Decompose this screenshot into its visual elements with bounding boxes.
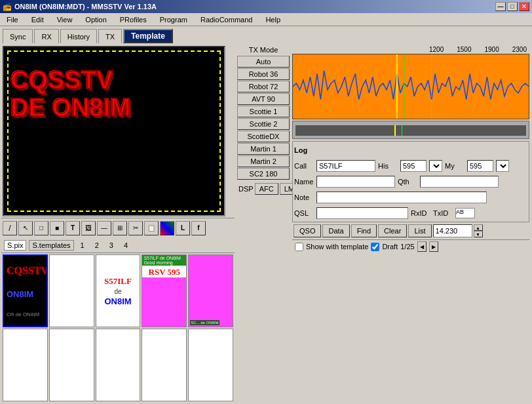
log-note-input[interactable]	[316, 192, 487, 203]
toolbar-cursor[interactable]: ↖	[18, 221, 33, 235]
toolbar-rect[interactable]: □	[34, 221, 48, 235]
freq-down[interactable]: ▼	[474, 231, 483, 237]
mode-scottie2[interactable]: Scottie 2	[237, 118, 290, 130]
app-icon: 📻	[3, 3, 12, 11]
thumbnail-2[interactable]	[49, 254, 94, 327]
page-next[interactable]: ▶	[429, 241, 438, 252]
thumbnail-9[interactable]	[142, 329, 187, 401]
mode-martin1[interactable]: Martin 1	[237, 143, 290, 155]
thumbnail-4[interactable]: S57ILF de ON8IMGood morning RSV 595	[142, 254, 187, 327]
thumb-tabs: S.pix S.templates 1 2 3 4	[1, 237, 235, 253]
thumbnail-10[interactable]	[188, 329, 233, 401]
thumb-tab-1[interactable]: 1	[77, 241, 88, 250]
spectrum-scale: 1200 1500 1900 2300	[292, 46, 529, 53]
tab-rx[interactable]: RX	[34, 29, 58, 43]
tx-mode-label: TX Mode	[237, 45, 290, 55]
page-prev[interactable]: ◀	[417, 241, 427, 252]
log-name-input[interactable]	[316, 176, 395, 188]
show-template-checkbox[interactable]	[295, 243, 303, 251]
menu-radiocommand[interactable]: RadioCommand	[197, 14, 256, 25]
scale-2300: 2300	[512, 46, 527, 53]
thumb-tab-3[interactable]: 3	[105, 241, 117, 250]
spectrum-display[interactable]	[292, 54, 529, 119]
menu-file[interactable]: File	[3, 14, 22, 25]
mode-robot36[interactable]: Robot 36	[237, 68, 290, 80]
mode-sc2180[interactable]: SC2 180	[237, 168, 290, 180]
thumb-tab-2[interactable]: 2	[91, 241, 103, 250]
log-qth-input[interactable]	[420, 176, 499, 188]
thumb-grid: CQSSTV ON8IM CR de ON8IM S57ILF de ON8IM	[1, 253, 235, 403]
tab-template[interactable]: Template	[123, 29, 173, 43]
log-area: Log Call His My Name	[292, 141, 529, 222]
thumbnail-5[interactable]: SC... de ON8IM	[188, 254, 233, 327]
tab-sync[interactable]: Sync	[3, 29, 33, 43]
thumb1-sub: CR de ON8IM	[7, 312, 39, 317]
find-button[interactable]: Find	[351, 224, 377, 237]
log-qsl-input[interactable]	[316, 207, 408, 219]
freq-arrows: ▲ ▼	[474, 224, 483, 237]
thumb-tab-4[interactable]: 4	[120, 241, 132, 250]
mode-martin2[interactable]: Martin 2	[237, 155, 290, 167]
thumbnail-1[interactable]: CQSSTV ON8IM CR de ON8IM	[3, 254, 48, 327]
mode-auto[interactable]: Auto	[237, 56, 290, 68]
menu-profiles[interactable]: PRofiles	[116, 14, 151, 25]
toolbar-color[interactable]	[160, 221, 174, 235]
qso-button[interactable]: QSO	[294, 224, 321, 237]
data-button[interactable]: Data	[322, 224, 349, 237]
mode-robot72[interactable]: Robot 72	[237, 81, 290, 92]
log-qth-label: Qth	[398, 178, 417, 186]
app-title: ON8IM (ON8IM:MDT) - MMSSTV Ver 1.13A	[14, 3, 157, 10]
log-his-select[interactable]	[429, 160, 442, 172]
log-header-row: Log	[294, 143, 527, 157]
mode-scottiedx[interactable]: ScottieDX	[237, 131, 290, 142]
log-call-row: Call His My	[294, 159, 527, 173]
toolbar-rect2[interactable]: ■	[50, 221, 64, 235]
preview-area[interactable]: CQSSTVDE ON8IM	[3, 46, 225, 216]
toolbar-image[interactable]: 🖼	[81, 221, 96, 235]
toolbar-cut[interactable]: ✂	[128, 221, 143, 235]
menu-program[interactable]: Program	[156, 14, 191, 25]
toolbar: / ↖ □ ■ T 🖼 — ⊞ ✂ 📋 L f	[1, 218, 235, 237]
thumb3-de: de	[114, 288, 121, 295]
thumbnail-8[interactable]	[96, 329, 141, 401]
menu-option[interactable]: Option	[81, 14, 110, 25]
toolbar-line[interactable]: —	[97, 221, 111, 235]
log-qsl-label: QSL	[294, 209, 314, 217]
log-my-select[interactable]	[496, 160, 509, 172]
toolbar-f[interactable]: f	[191, 221, 206, 235]
dsp-afc[interactable]: AFC	[255, 183, 278, 195]
log-his-label: His	[378, 162, 398, 170]
thumb4-rsv: RSV 595	[142, 266, 186, 277]
thumb-tab-spix[interactable]: S.pix	[4, 240, 26, 251]
mode-avt90[interactable]: AVT 90	[237, 93, 290, 105]
toolbar-grid[interactable]: ⊞	[113, 221, 127, 235]
mode-scottie1[interactable]: Scottie 1	[237, 106, 290, 117]
log-his-input[interactable]	[400, 160, 427, 172]
freq-input[interactable]	[433, 224, 472, 237]
menu-help[interactable]: Help	[261, 14, 284, 25]
right-panel: TX Mode Auto Robot 36 Robot 72 AVT 90 Sc…	[236, 43, 532, 404]
list-button[interactable]: List	[408, 224, 431, 237]
draft-checkbox[interactable]	[371, 243, 379, 251]
thumbnail-3[interactable]: S57ILF de ON8IM	[96, 254, 141, 327]
close-button[interactable]: ✕	[519, 2, 529, 11]
toolbar-text[interactable]: T	[66, 221, 80, 235]
menu-edit[interactable]: Edit	[28, 14, 48, 25]
toolbar-l[interactable]: L	[176, 221, 190, 235]
tab-tx[interactable]: TX	[98, 29, 122, 43]
tab-history[interactable]: History	[60, 29, 97, 43]
toolbar-copy[interactable]: 📋	[144, 221, 159, 235]
toolbar-draw-line[interactable]: /	[3, 221, 17, 235]
thumbnail-6[interactable]	[3, 329, 48, 401]
log-note-label: Note	[294, 193, 314, 201]
minimize-button[interactable]: —	[495, 2, 506, 11]
log-my-input[interactable]	[467, 160, 493, 172]
freq-up[interactable]: ▲	[474, 224, 483, 231]
menu-view[interactable]: View	[53, 14, 77, 25]
thumbnail-7[interactable]	[49, 329, 94, 401]
log-call-input[interactable]	[316, 160, 375, 172]
titlebar: 📻 ON8IM (ON8IM:MDT) - MMSSTV Ver 1.13A —…	[0, 0, 532, 13]
thumb-tab-stemplates[interactable]: S.templates	[29, 240, 73, 251]
maximize-button[interactable]: □	[507, 2, 518, 11]
clear-button[interactable]: Clear	[378, 224, 407, 237]
